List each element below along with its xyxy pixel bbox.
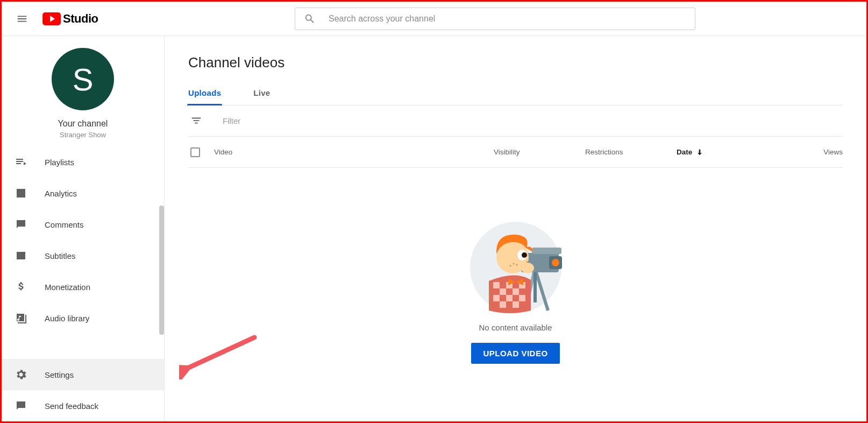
svg-point-20: [516, 264, 517, 266]
filter-placeholder: Filter: [223, 116, 240, 125]
empty-state-illustration: [467, 216, 564, 313]
svg-rect-9: [513, 288, 519, 295]
empty-state: No content available UPLOAD VIDEO: [188, 216, 843, 364]
channel-avatar[interactable]: S: [52, 48, 114, 110]
audio-library-icon: [15, 312, 27, 325]
svg-rect-5: [493, 282, 500, 288]
tab-live[interactable]: Live: [253, 88, 270, 105]
svg-point-18: [522, 252, 527, 258]
sidebar-item-label: Monetization: [45, 283, 90, 292]
youtube-play-icon: [42, 12, 61, 25]
sidebar-item-playlists[interactable]: Playlists: [2, 146, 164, 178]
sidebar-item-comments[interactable]: Comments: [2, 209, 164, 240]
svg-rect-10: [493, 295, 500, 301]
content-tabs: Uploads Live: [188, 88, 843, 105]
your-channel-label: Your channel: [58, 119, 108, 129]
feedback-icon: [15, 399, 27, 412]
gear-icon: [15, 368, 27, 381]
monetization-icon: [15, 280, 27, 293]
sidebar-item-settings[interactable]: Settings: [2, 359, 164, 390]
sidebar-scrollbar-thumb[interactable]: [159, 206, 164, 335]
logo-text: Studio: [63, 12, 98, 26]
sidebar-item-label: Settings: [45, 370, 74, 379]
hamburger-icon: [16, 13, 28, 25]
channel-info-block: S Your channel Stranger Show: [2, 36, 164, 146]
sidebar-item-send-feedback[interactable]: Send feedback: [2, 390, 164, 421]
column-header-visibility[interactable]: Visibility: [494, 148, 585, 156]
empty-state-message: No content available: [479, 323, 552, 332]
hamburger-menu-button[interactable]: [11, 8, 33, 30]
column-header-date-label: Date: [677, 148, 692, 156]
search-bar[interactable]: [295, 8, 695, 30]
svg-point-21: [509, 265, 511, 267]
upload-video-button[interactable]: UPLOAD VIDEO: [471, 343, 559, 364]
main-content: Channel videos Uploads Live Filter Video…: [165, 36, 866, 421]
tab-uploads[interactable]: Uploads: [188, 88, 221, 105]
svg-rect-8: [500, 288, 506, 295]
column-header-date[interactable]: Date: [677, 148, 768, 157]
playlists-icon: [15, 156, 27, 168]
comments-icon: [15, 218, 27, 231]
svg-point-4: [552, 259, 559, 266]
filter-bar[interactable]: Filter: [188, 105, 843, 137]
search-input[interactable]: [329, 14, 686, 24]
search-icon: [304, 13, 316, 25]
page-title: Channel videos: [188, 54, 843, 71]
sort-desc-arrow-icon: [695, 148, 704, 157]
column-header-restrictions[interactable]: Restrictions: [585, 148, 677, 156]
svg-point-16: [497, 256, 504, 265]
sidebar-item-subtitles[interactable]: Subtitles: [2, 240, 164, 271]
column-header-video[interactable]: Video: [214, 148, 494, 156]
svg-point-22: [521, 263, 534, 273]
sidebar-item-label: Subtitles: [45, 251, 76, 260]
sidebar-item-analytics[interactable]: Analytics: [2, 178, 164, 209]
sidebar-item-monetization[interactable]: Monetization: [2, 271, 164, 302]
sidebar-item-label: Send feedback: [45, 401, 98, 411]
sidebar-item-label: Analytics: [45, 189, 77, 198]
svg-rect-14: [513, 301, 519, 308]
svg-point-19: [513, 263, 514, 265]
youtube-studio-logo[interactable]: Studio: [42, 12, 98, 26]
table-header-row: Video Visibility Restrictions Date Views: [188, 137, 843, 168]
sidebar-item-label: Audio library: [45, 314, 89, 323]
svg-rect-11: [506, 295, 513, 301]
select-all-checkbox[interactable]: [190, 147, 200, 157]
sidebar-item-audio-library[interactable]: Audio library: [2, 302, 164, 334]
analytics-icon: [15, 187, 27, 200]
channel-name: Stranger Show: [60, 131, 106, 139]
filter-icon: [190, 115, 202, 127]
subtitles-icon: [15, 249, 27, 262]
sidebar: S Your channel Stranger Show Playlists A…: [2, 36, 165, 421]
svg-rect-2: [532, 248, 561, 254]
sidebar-item-label: Playlists: [45, 158, 74, 167]
svg-rect-12: [519, 295, 525, 301]
sidebar-item-label: Comments: [45, 220, 84, 229]
svg-rect-13: [500, 301, 506, 308]
column-header-views[interactable]: Views: [823, 148, 843, 156]
